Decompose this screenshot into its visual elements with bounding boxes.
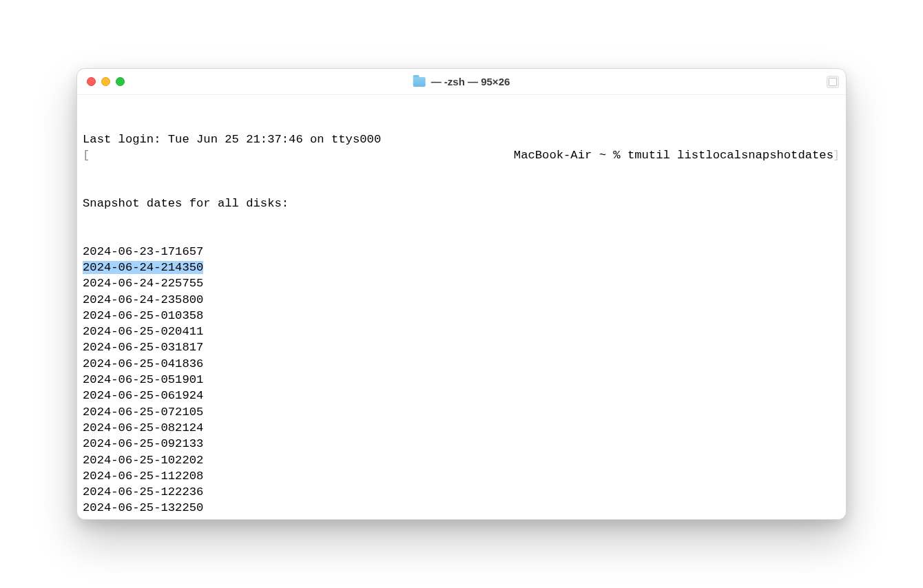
title-text: — -zsh — 95×26 bbox=[431, 76, 510, 87]
terminal-icon bbox=[827, 76, 839, 88]
snapshot-date[interactable]: 2024-06-25-041836 bbox=[83, 356, 840, 372]
snapshot-date[interactable]: 2024-06-25-051901 bbox=[83, 372, 840, 388]
bracket-right: ] bbox=[833, 147, 840, 163]
snapshot-date[interactable]: 2024-06-25-092133 bbox=[83, 436, 840, 452]
snapshot-date[interactable]: 2024-06-25-102202 bbox=[83, 452, 840, 468]
last-login-text: Last login: Tue Jun 25 21:37:46 on ttys0… bbox=[83, 132, 381, 147]
snapshot-date[interactable]: 2024-06-25-061924 bbox=[83, 388, 840, 403]
terminal-body[interactable]: Last login: Tue Jun 25 21:37:46 on ttys0… bbox=[77, 95, 846, 520]
snapshot-header: Snapshot dates for all disks: bbox=[83, 196, 840, 211]
minimize-icon[interactable] bbox=[101, 77, 110, 86]
folder-icon bbox=[413, 77, 426, 87]
snapshot-date[interactable]: 2024-06-25-072105 bbox=[83, 404, 840, 420]
traffic-lights bbox=[87, 77, 125, 86]
snapshot-list: 2024-06-23-1716572024-06-24-2143502024-0… bbox=[83, 244, 840, 520]
snapshot-date[interactable]: 2024-06-25-112208 bbox=[83, 468, 840, 484]
snapshot-date[interactable]: 2024-06-25-020411 bbox=[83, 324, 840, 339]
snapshot-date[interactable]: 2024-06-24-225755 bbox=[83, 275, 840, 291]
snapshot-date[interactable]: 2024-06-24-235800 bbox=[83, 292, 840, 308]
snapshot-date[interactable]: 2024-06-25-010358 bbox=[83, 308, 840, 324]
terminal-window: — -zsh — 95×26 Last login: Tue Jun 25 21… bbox=[76, 68, 847, 520]
snapshot-date[interactable]: 2024-06-25-142348 bbox=[83, 516, 840, 520]
snapshot-date[interactable]: 2024-06-23-171657 bbox=[83, 244, 840, 260]
snapshot-date[interactable]: 2024-06-25-132250 bbox=[83, 500, 840, 516]
prompt-line-1: MacBook-Air ~ % tmutil listlocalsnapshot… bbox=[514, 147, 833, 163]
snapshot-date[interactable]: 2024-06-25-122236 bbox=[83, 484, 840, 500]
window-title: — -zsh — 95×26 bbox=[413, 76, 510, 87]
snapshot-date[interactable]: 2024-06-25-031817 bbox=[83, 339, 840, 355]
close-icon[interactable] bbox=[87, 77, 96, 86]
titlebar[interactable]: — -zsh — 95×26 bbox=[77, 69, 846, 95]
snapshot-date[interactable]: 2024-06-25-082124 bbox=[83, 420, 840, 436]
bracket-left: [ bbox=[83, 147, 90, 163]
snapshot-date[interactable]: 2024-06-24-214350 bbox=[83, 260, 840, 275]
maximize-icon[interactable] bbox=[116, 77, 125, 86]
